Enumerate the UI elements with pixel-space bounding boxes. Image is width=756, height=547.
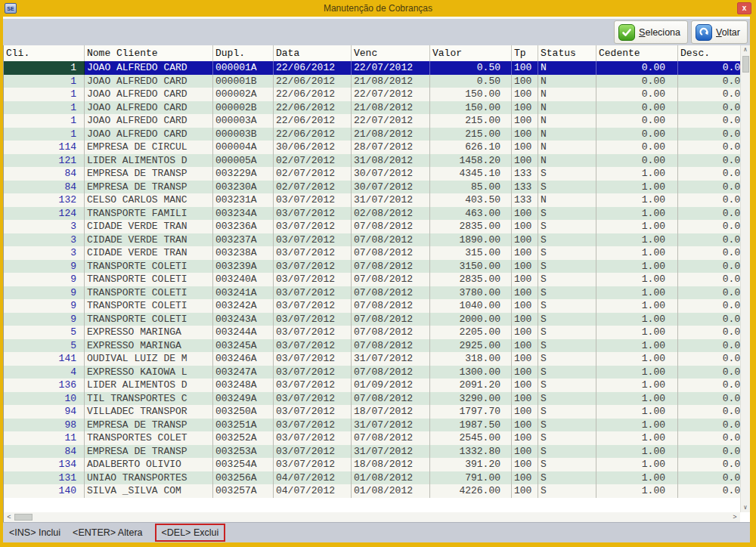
cell-data: 04/07/2012 [274,471,352,485]
table-row[interactable]: 11TRANSPORTES COLET003252A03/07/201207/0… [4,431,750,445]
cell-dupl: 003251A [213,419,274,432]
table-row[interactable]: 1JOAO ALFREDO CARD000001A22/06/201222/07… [4,61,750,75]
cell-status: S [538,181,596,194]
horizontal-scroll-thumb[interactable] [14,514,33,521]
voltar-button[interactable]: Voltar [691,20,748,44]
column-header-nome[interactable]: Nome Cliente [85,45,213,61]
column-header-desc[interactable]: Desc. [678,45,750,61]
cell-cli: 1 [4,75,85,88]
table-row[interactable]: 84EMPRESA DE TRANSP003230A02/07/201230/0… [4,181,750,194]
cell-venc: 28/07/2012 [352,141,430,154]
table-row[interactable]: 132CELSO CARLOS MANC003231A03/07/201231/… [4,193,750,207]
table-row[interactable]: 5EXPRESSO MARINGA003245A03/07/201207/08/… [4,339,750,353]
table-row[interactable]: 1JOAO ALFREDO CARD000003B22/06/201221/08… [4,128,750,141]
table-row[interactable]: 9TRANSPORTE COLETI003239A03/07/201207/08… [4,260,750,274]
cell-cedente: 1.00 [596,181,678,194]
cell-cedente: 1.00 [596,233,678,247]
seleciona-button[interactable]: Seleciona [614,20,688,44]
cell-cli: 140 [4,484,85,498]
cell-status: N [538,114,596,128]
table-row[interactable]: 121LIDER ALIMENTOS D000005A02/07/201231/… [4,154,750,168]
cell-cli: 1 [4,101,85,115]
cell-desc: 0.00 [678,88,750,101]
cell-desc: 0.00 [678,352,750,366]
cell-data: 03/07/2012 [274,246,352,260]
scroll-up-icon[interactable]: ∧ [741,45,750,54]
vertical-scroll-thumb[interactable] [742,56,749,73]
table-row[interactable]: 136LIDER ALIMENTOS D003248A03/07/201201/… [4,379,750,392]
column-header-tp[interactable]: Tp [512,45,538,61]
table-row[interactable]: 3CIDADE VERDE TRAN003237A03/07/201207/08… [4,233,750,247]
cell-nome: JOAO ALFREDO CARD [85,128,213,141]
table-row[interactable]: 1JOAO ALFREDO CARD000003A22/06/201222/07… [4,114,750,128]
cell-dupl: 003256A [213,471,274,485]
table-row[interactable]: 114EMPRESA DE CIRCUL000004A30/06/201228/… [4,141,750,154]
cell-nome: CIDADE VERDE TRAN [85,233,213,247]
cell-valor: 1332.80 [430,445,512,459]
column-header-cli[interactable]: Cli. [4,45,85,61]
cell-desc: 0.00 [678,471,750,485]
table-row[interactable]: 84EMPRESA DE TRANSP003253A03/07/201231/0… [4,445,750,459]
cell-data: 22/06/2012 [274,88,352,101]
cell-desc: 0.00 [678,181,750,194]
horizontal-scrollbar[interactable]: < > [4,512,740,522]
cell-cedente: 1.00 [596,366,678,379]
cell-nome: EMPRESA DE TRANSP [85,167,213,181]
cell-desc: 0.00 [678,75,750,88]
table-row[interactable]: 84EMPRESA DE TRANSP003229A02/07/201230/0… [4,167,750,181]
table-row[interactable]: 9TRANSPORTE COLETI003242A03/07/201207/08… [4,299,750,313]
cell-desc: 0.00 [678,154,750,168]
cell-status: S [538,167,596,181]
cell-status: S [538,405,596,419]
cell-venc: 18/07/2012 [352,405,430,419]
cell-tp: 133 [512,193,538,207]
cell-valor: 215.00 [430,128,512,141]
cell-venc: 07/08/2012 [352,220,430,233]
table-row[interactable]: 3CIDADE VERDE TRAN003236A03/07/201207/08… [4,220,750,233]
table-row[interactable]: 4EXPRESSO KAIOWA L003247A03/07/201207/08… [4,366,750,379]
cell-desc: 0.00 [678,286,750,300]
table-row[interactable]: 9TRANSPORTE COLETI003241A03/07/201207/08… [4,286,750,300]
cell-venc: 07/08/2012 [352,313,430,326]
scroll-down-icon[interactable]: ∨ [741,503,750,512]
table-row[interactable]: 131UNIAO TRANSPORTES003256A04/07/201201/… [4,471,750,485]
cell-dupl: 003237A [213,233,274,247]
cell-tp: 100 [512,246,538,260]
table-row[interactable]: 124TRANSPORTE FAMILI003234A03/07/201202/… [4,207,750,221]
table-row[interactable]: 1JOAO ALFREDO CARD000001B22/06/201221/08… [4,75,750,88]
column-header-data[interactable]: Data [274,45,352,61]
cell-cedente: 1.00 [596,445,678,459]
table-row[interactable]: 1JOAO ALFREDO CARD000002A22/06/201222/07… [4,88,750,101]
cell-tp: 100 [512,352,538,366]
cell-desc: 0.00 [678,458,750,471]
cell-cli: 5 [4,326,85,339]
cell-cli: 132 [4,193,85,207]
cell-nome: EMPRESA DE TRANSP [85,419,213,432]
cell-status: N [538,101,596,115]
table-row[interactable]: 141OUDIVAL LUIZ DE M003246A03/07/201231/… [4,352,750,366]
table-row[interactable]: 98EMPRESA DE TRANSP003251A03/07/201231/0… [4,419,750,432]
cell-cedente: 1.00 [596,220,678,233]
column-header-valor[interactable]: Valor [430,45,512,61]
table-row[interactable]: 1JOAO ALFREDO CARD000002B22/06/201221/08… [4,101,750,115]
scroll-left-icon[interactable]: < [4,514,14,521]
column-header-dupl[interactable]: Dupl. [213,45,274,61]
table-row[interactable]: 9TRANSPORTE COLETI003243A03/07/201207/08… [4,313,750,326]
vertical-scrollbar[interactable]: ∧ ∨ [740,45,750,512]
cell-cli: 114 [4,141,85,154]
cell-cedente: 1.00 [596,471,678,485]
column-header-cedente[interactable]: Cedente [596,45,678,61]
cell-desc: 0.00 [678,246,750,260]
column-header-status[interactable]: Status [538,45,596,61]
table-row[interactable]: 140SILVA _SILVA COM003257A04/07/201201/0… [4,484,750,498]
table-row[interactable]: 10TIL TRANSPORTES C003249A03/07/201207/0… [4,392,750,406]
table-row[interactable]: 9TRANSPORTE COLETI003240A03/07/201207/08… [4,273,750,286]
table-row[interactable]: 3CIDADE VERDE TRAN003238A03/07/201207/08… [4,246,750,260]
table-row[interactable]: 134ADALBERTO OLIVIO003254A03/07/201218/0… [4,458,750,471]
scroll-right-icon[interactable]: > [730,514,740,521]
close-button[interactable]: x [737,2,751,14]
table-row[interactable]: 5EXPRESSO MARINGA003244A03/07/201207/08/… [4,326,750,339]
column-header-venc[interactable]: Venc [352,45,430,61]
table-row[interactable]: 94VILLADEC TRANSPOR003250A03/07/201218/0… [4,405,750,419]
cell-status: N [538,141,596,154]
